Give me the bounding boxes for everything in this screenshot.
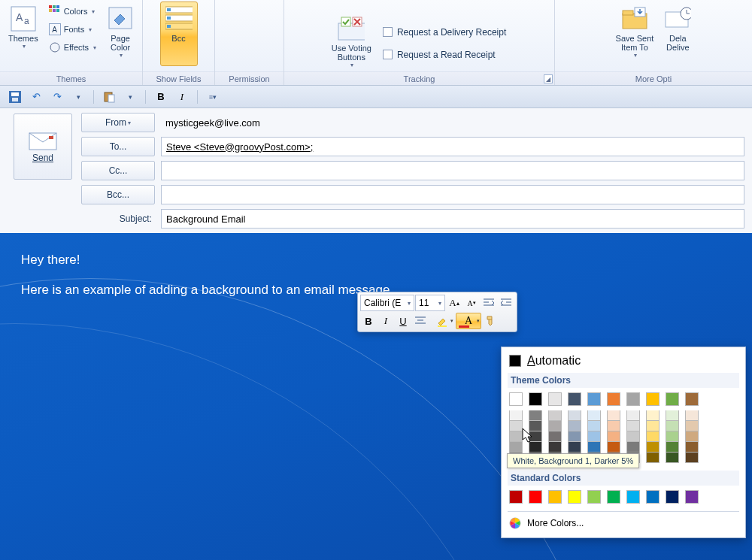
color-swatch[interactable]: [587, 431, 601, 442]
to-button[interactable]: To...: [81, 137, 155, 156]
color-swatch[interactable]: [568, 410, 581, 421]
color-swatch[interactable]: [568, 421, 581, 431]
automatic-color-option[interactable]: Automatic: [508, 352, 739, 370]
color-swatch[interactable]: [666, 410, 679, 421]
color-swatch[interactable]: [685, 431, 699, 442]
color-swatch[interactable]: [646, 431, 660, 442]
color-swatch[interactable]: [666, 442, 679, 453]
underline-button[interactable]: U: [395, 313, 411, 329]
color-swatch[interactable]: [548, 490, 562, 504]
color-swatch[interactable]: [607, 421, 620, 431]
color-swatch[interactable]: [509, 490, 523, 504]
bcc-button[interactable]: Bcc: [160, 2, 198, 66]
color-swatch[interactable]: [607, 410, 620, 421]
color-swatch[interactable]: [587, 442, 601, 453]
color-swatch[interactable]: [685, 453, 699, 463]
italic-button[interactable]: I: [378, 313, 394, 329]
tracking-dialog-launcher[interactable]: ◢: [544, 74, 553, 83]
color-swatch[interactable]: [685, 410, 699, 421]
format-painter-icon[interactable]: [482, 313, 499, 329]
color-swatch[interactable]: [666, 421, 679, 431]
color-swatch[interactable]: [666, 392, 679, 406]
color-swatch[interactable]: [529, 490, 542, 504]
color-swatch[interactable]: [646, 490, 660, 504]
delay-delivery-button[interactable]: Dela Delive: [659, 2, 696, 66]
color-swatch[interactable]: [607, 431, 620, 442]
color-swatch[interactable]: [548, 392, 562, 406]
color-swatch[interactable]: [685, 490, 699, 504]
undo-icon[interactable]: ↶: [29, 89, 44, 104]
color-swatch[interactable]: [529, 392, 542, 406]
color-swatch[interactable]: [626, 442, 640, 453]
more-colors-option[interactable]: More Colors...: [508, 515, 739, 531]
qat-customize[interactable]: ≡▾: [205, 89, 220, 104]
qat-dropdown[interactable]: ▾: [71, 89, 86, 104]
italic-icon[interactable]: I: [174, 89, 190, 104]
delivery-receipt-checkbox[interactable]: Request a Delivery Receipt: [380, 24, 509, 41]
bcc-button-field[interactable]: Bcc...: [81, 185, 155, 204]
color-swatch[interactable]: [587, 392, 601, 406]
color-swatch[interactable]: [646, 410, 660, 421]
color-swatch[interactable]: [509, 431, 523, 442]
color-swatch[interactable]: [666, 490, 679, 504]
cc-button[interactable]: Cc...: [81, 161, 155, 180]
color-swatch[interactable]: [568, 490, 581, 504]
colors-button[interactable]: Colors▾: [47, 3, 99, 20]
redo-icon[interactable]: ↷: [50, 89, 65, 104]
color-swatch[interactable]: [646, 453, 660, 463]
from-button[interactable]: From▾: [81, 113, 155, 132]
paste-icon[interactable]: [102, 89, 117, 104]
send-button[interactable]: Send: [14, 114, 72, 180]
color-swatch[interactable]: [685, 442, 699, 453]
save-sent-button[interactable]: Save Sent Item To ▾: [611, 2, 660, 66]
color-swatch[interactable]: [548, 410, 562, 421]
color-swatch[interactable]: [607, 392, 620, 406]
to-input[interactable]: Steve <Steve@groovyPost.com>;: [161, 137, 744, 156]
color-swatch[interactable]: [626, 431, 640, 442]
voting-button[interactable]: Use Voting Buttons ▾: [326, 11, 377, 76]
align-center-icon[interactable]: [412, 313, 429, 329]
cc-input[interactable]: [161, 161, 744, 180]
color-swatch[interactable]: [568, 392, 581, 406]
color-swatch[interactable]: [587, 410, 601, 421]
fonts-button[interactable]: A Fonts▾: [47, 21, 99, 38]
bold-button[interactable]: B: [360, 313, 377, 329]
color-swatch[interactable]: [509, 392, 523, 406]
color-swatch[interactable]: [626, 421, 640, 431]
color-swatch[interactable]: [626, 392, 640, 406]
themes-button[interactable]: Aa Themes ▾: [3, 2, 44, 66]
bold-icon[interactable]: B: [153, 89, 168, 104]
increase-indent-icon[interactable]: [498, 295, 514, 311]
color-swatch[interactable]: [626, 410, 640, 421]
save-icon[interactable]: [8, 89, 23, 104]
decrease-indent-icon[interactable]: [481, 295, 497, 311]
color-swatch[interactable]: [646, 442, 660, 453]
shrink-font-icon[interactable]: A▾: [463, 295, 480, 311]
page-color-button[interactable]: Page Color ▾: [102, 2, 139, 66]
font-color-button[interactable]: A▾: [456, 313, 481, 329]
color-swatch[interactable]: [646, 421, 660, 431]
color-swatch[interactable]: [509, 410, 523, 421]
color-swatch[interactable]: [646, 392, 660, 406]
read-receipt-checkbox[interactable]: Request a Read Receipt: [380, 47, 509, 63]
paste-dropdown[interactable]: ▾: [123, 89, 138, 104]
color-swatch[interactable]: [666, 453, 679, 463]
color-swatch[interactable]: [509, 442, 523, 453]
color-swatch[interactable]: [548, 431, 562, 442]
color-swatch[interactable]: [509, 421, 523, 431]
font-size-combo[interactable]: 11▾: [415, 295, 445, 311]
color-swatch[interactable]: [529, 410, 542, 421]
color-swatch[interactable]: [607, 490, 620, 504]
subject-input[interactable]: Background Email: [161, 209, 744, 229]
effects-button[interactable]: Effects▾: [47, 39, 99, 56]
color-swatch[interactable]: [607, 442, 620, 453]
font-family-combo[interactable]: Calibri (E ▾: [360, 295, 414, 311]
bcc-input[interactable]: [161, 185, 744, 204]
grow-font-icon[interactable]: A▴: [446, 295, 462, 311]
highlight-button[interactable]: ▾: [429, 313, 455, 329]
color-swatch[interactable]: [568, 442, 581, 453]
color-swatch[interactable]: [587, 421, 601, 431]
color-swatch[interactable]: [548, 442, 562, 453]
color-swatch[interactable]: [568, 431, 581, 442]
color-swatch[interactable]: [666, 431, 679, 442]
